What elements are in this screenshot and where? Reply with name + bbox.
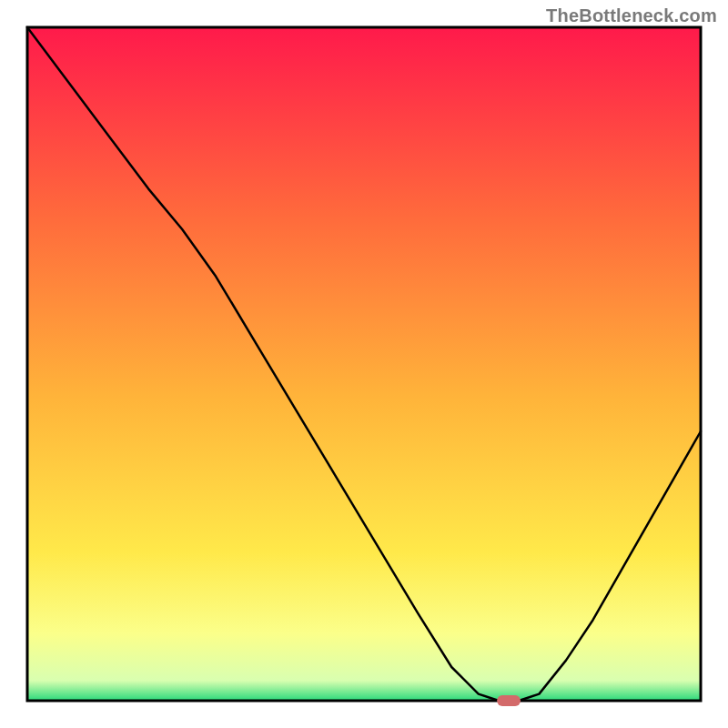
bottleneck-chart	[0, 0, 728, 728]
plot-background	[27, 27, 701, 701]
optimum-marker	[497, 695, 521, 706]
